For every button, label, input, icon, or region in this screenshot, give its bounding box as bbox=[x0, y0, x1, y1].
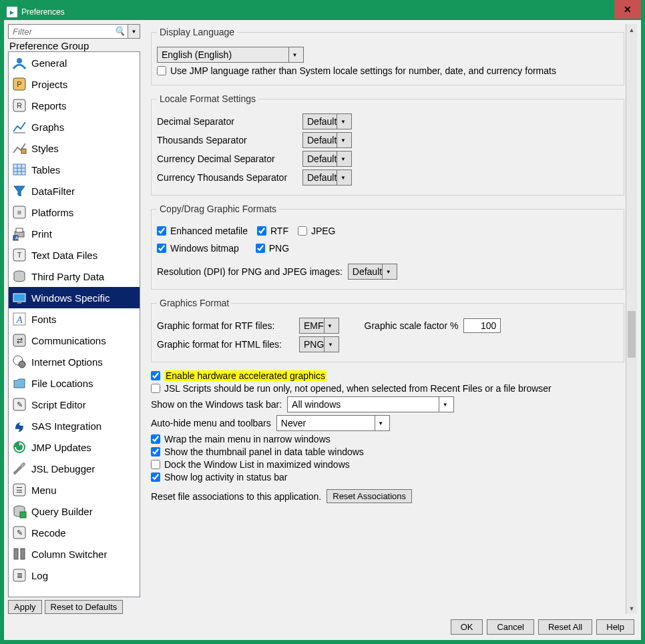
sidebar-item-label: Projects bbox=[31, 79, 67, 90]
filter-dropdown[interactable]: ▼ bbox=[128, 24, 140, 39]
communications-icon: ⇄ bbox=[11, 332, 27, 348]
decimal-separator-select[interactable]: Default▼ bbox=[302, 113, 352, 129]
script-editor-icon: ✎ bbox=[11, 396, 27, 412]
reports-icon: R bbox=[11, 97, 27, 113]
sidebar-item-label: Graphs bbox=[31, 121, 64, 133]
sidebar-item-text-data-files[interactable]: TText Data Files bbox=[9, 244, 140, 266]
sidebar-item-reports[interactable]: RReports bbox=[9, 95, 140, 116]
svg-rect-15 bbox=[16, 228, 23, 232]
sidebar-item-label: Script Editor bbox=[31, 399, 86, 410]
sidebar-item-third-party-data[interactable]: Third Party Data bbox=[9, 266, 140, 287]
sidebar-item-label: Internet Options bbox=[31, 356, 103, 368]
use-jmp-language-checkbox[interactable]: Use JMP language rather than System loca… bbox=[157, 65, 618, 76]
sidebar-item-label: DataFilter bbox=[31, 186, 75, 197]
reset-all-button[interactable]: Reset All bbox=[538, 619, 592, 635]
chevron-down-icon: ▼ bbox=[337, 114, 349, 129]
use-jmp-language-input[interactable] bbox=[157, 66, 166, 75]
sidebar-item-windows-specific[interactable]: Windows Specific bbox=[9, 287, 140, 308]
rtf-checkbox[interactable]: RTF bbox=[257, 226, 288, 236]
taskbar-select[interactable]: All windows▼ bbox=[287, 396, 454, 412]
vertical-scrollbar[interactable]: ▲ ▼ bbox=[626, 24, 637, 614]
preference-tree[interactable]: GeneralPProjectsRReportsGraphsStylesTabl… bbox=[8, 51, 140, 597]
log-activity-checkbox[interactable]: Show log activity in status bar bbox=[151, 472, 624, 482]
sidebar-item-query-builder[interactable]: Query Builder bbox=[9, 501, 140, 522]
svg-text:⇄: ⇄ bbox=[17, 336, 23, 344]
html-format-label: Graphic format for HTML files: bbox=[157, 339, 294, 350]
wrap-menu-checkbox[interactable]: Wrap the main menu in narrow windows bbox=[151, 434, 624, 444]
filter-input-wrap[interactable]: 🔍 bbox=[8, 24, 128, 39]
svg-text:P: P bbox=[17, 80, 21, 88]
sidebar-item-label: Fonts bbox=[31, 314, 57, 325]
currency-decimal-label: Currency Decimal Separator bbox=[157, 153, 297, 164]
copy-drag-group: Copy/Drag Graphic Formats Enhanced metaf… bbox=[151, 204, 624, 290]
sidebar-item-script-editor[interactable]: ✎Script Editor bbox=[9, 394, 140, 415]
sidebar-item-platforms[interactable]: ≡Platforms bbox=[9, 202, 140, 223]
bmp-checkbox[interactable]: Windows bitmap bbox=[157, 243, 239, 254]
svg-text:A: A bbox=[15, 314, 23, 325]
sidebar-item-label: Recode bbox=[31, 527, 66, 539]
log-icon: ≣ bbox=[11, 567, 27, 583]
jpeg-checkbox[interactable]: JPEG bbox=[298, 226, 336, 236]
sidebar-item-label: Styles bbox=[31, 143, 59, 154]
hw-accel-checkbox[interactable]: Enable hardware accelerated graphics bbox=[151, 370, 624, 381]
help-button[interactable]: Help bbox=[596, 619, 634, 635]
jsl-run-checkbox[interactable]: JSL Scripts should be run only, not open… bbox=[151, 383, 624, 394]
fonts-icon: A bbox=[11, 311, 27, 327]
sidebar-item-jmp-updates[interactable]: JMP Updates bbox=[9, 436, 140, 458]
sidebar-item-label: Tables bbox=[31, 164, 60, 176]
recode-icon: ✎ bbox=[11, 525, 27, 541]
apply-button[interactable]: Apply bbox=[8, 600, 42, 614]
app-icon: ▸ bbox=[7, 7, 17, 17]
sidebar-item-projects[interactable]: PProjects bbox=[9, 73, 140, 95]
sidebar-item-communications[interactable]: ⇄Communications bbox=[9, 330, 140, 351]
search-icon: 🔍 bbox=[114, 26, 125, 36]
tables-icon bbox=[11, 162, 27, 178]
close-button[interactable]: ✕ bbox=[614, 0, 641, 19]
sidebar-item-log[interactable]: ≣Log bbox=[9, 565, 140, 586]
scrollbar-thumb[interactable] bbox=[628, 311, 636, 358]
cancel-button[interactable]: Cancel bbox=[487, 619, 533, 635]
thumb-panel-checkbox[interactable]: Show the thumbnail panel in data table w… bbox=[151, 446, 624, 457]
reset-defaults-button[interactable]: Reset to Defaults bbox=[45, 600, 124, 614]
currency-decimal-select[interactable]: Default▼ bbox=[302, 151, 352, 167]
close-icon: ✕ bbox=[624, 4, 632, 15]
display-language-legend: Display Language bbox=[157, 27, 237, 37]
png-checkbox[interactable]: PNG bbox=[256, 243, 289, 254]
sidebar-item-jsl-debugger[interactable]: JSL Debugger bbox=[9, 458, 140, 479]
sidebar-item-label: Third Party Data bbox=[31, 271, 104, 282]
sidebar: 🔍 ▼ Preference Group GeneralPProjectsRRe… bbox=[8, 24, 140, 614]
rtf-format-select[interactable]: EMF▼ bbox=[299, 318, 339, 334]
sidebar-item-label: Communications bbox=[31, 335, 106, 346]
scale-factor-input[interactable] bbox=[463, 318, 501, 333]
reset-associations-button[interactable]: Reset Associations bbox=[327, 489, 412, 503]
sidebar-item-graphs[interactable]: Graphs bbox=[9, 116, 140, 137]
sidebar-item-print[interactable]: APrint bbox=[9, 223, 140, 244]
query-builder-icon bbox=[11, 503, 27, 519]
sidebar-item-column-switcher[interactable]: Column Switcher bbox=[9, 543, 140, 565]
thousands-separator-select[interactable]: Default▼ bbox=[302, 132, 352, 148]
sidebar-item-fonts[interactable]: AFonts bbox=[9, 308, 140, 330]
ok-button[interactable]: OK bbox=[451, 619, 483, 635]
emf-checkbox[interactable]: Enhanced metafile bbox=[157, 226, 248, 236]
sidebar-item-general[interactable]: General bbox=[9, 52, 140, 73]
sidebar-item-internet-options[interactable]: Internet Options bbox=[9, 351, 140, 372]
sidebar-item-file-locations[interactable]: File Locations bbox=[9, 372, 140, 394]
sidebar-item-sas-integration[interactable]: SAS Integration bbox=[9, 415, 140, 436]
sidebar-item-label: Print bbox=[31, 228, 52, 240]
scroll-up-icon[interactable]: ▲ bbox=[626, 24, 637, 35]
filter-input[interactable] bbox=[11, 26, 125, 37]
autohide-label: Auto-hide menu and toolbars bbox=[151, 418, 271, 428]
sidebar-item-tables[interactable]: Tables bbox=[9, 159, 140, 180]
resolution-select[interactable]: Default▼ bbox=[348, 264, 397, 280]
html-format-select[interactable]: PNG▼ bbox=[299, 336, 339, 352]
autohide-select[interactable]: Never▼ bbox=[276, 415, 390, 431]
sidebar-item-datafilter[interactable]: DataFilter bbox=[9, 180, 140, 202]
scroll-down-icon[interactable]: ▼ bbox=[626, 603, 637, 614]
currency-thousands-label: Currency Thousands Separator bbox=[157, 172, 297, 183]
sidebar-item-styles[interactable]: Styles bbox=[9, 137, 140, 159]
display-language-select[interactable]: English (English) ▼ bbox=[157, 47, 304, 63]
sidebar-item-recode[interactable]: ✎Recode bbox=[9, 522, 140, 543]
sidebar-item-menu[interactable]: ☰Menu bbox=[9, 479, 140, 501]
currency-thousands-select[interactable]: Default▼ bbox=[302, 170, 352, 186]
dock-window-checkbox[interactable]: Dock the Window List in maximized window… bbox=[151, 459, 624, 470]
